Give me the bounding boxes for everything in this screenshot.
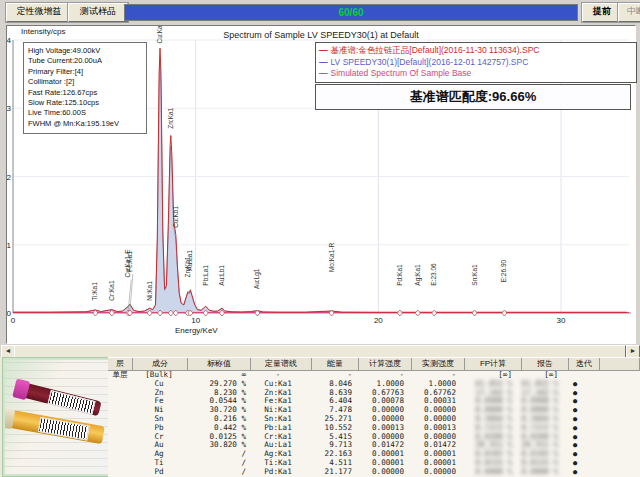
table-cell: 0.0908 % (514, 397, 560, 406)
table-cell: 0.00000 (406, 433, 458, 442)
table-header-cell[interactable]: 能量 (312, 358, 359, 370)
table-cell: 0.00000 (354, 468, 406, 477)
table-row[interactable]: Cr0.0125 %Cr:Ka15.4150.000000.000000.020… (108, 433, 640, 442)
table-cell: Sn:Ka1 (248, 415, 308, 424)
param-line: Tube Current:20.00uA (28, 56, 144, 66)
table-cell (108, 450, 132, 459)
y-tick-label: 2 (7, 173, 12, 182)
table-cell: 8.639 (308, 389, 354, 398)
table-header-cell[interactable]: 报告 (522, 358, 569, 370)
table-header-cell[interactable]: 迭代 (569, 358, 600, 370)
table-header-cell[interactable]: FP计算 (465, 358, 522, 370)
table-cell: Cr:Ka1 (248, 433, 308, 442)
table-cell: [Bulk] (132, 371, 186, 380)
legend-entry: —基准谱:金色拉链正品[Default](2016-11-30 113634).… (319, 45, 633, 57)
table-row[interactable]: 单层[Bulk]∞----[∞][∞] (108, 371, 640, 380)
element-marker-label: Au:Lb1 (218, 265, 225, 286)
table-cell: Cu:Ka1 (248, 380, 308, 389)
results-panel: 层成分标称值定量谱线能量计算强度实测强度FP计算报告迭代 单层[Bulk]∞--… (0, 357, 640, 477)
table-cell: Pd:Ka1 (248, 468, 308, 477)
table-cell: 0.00000 (354, 415, 406, 424)
x-tick-label: 30 (557, 316, 566, 325)
element-marker-label: Mo:Ka1-R (328, 242, 335, 272)
advance-button[interactable]: 提前 (582, 3, 622, 22)
table-cell: 0.01472 (354, 441, 406, 450)
table-cell: - (308, 371, 354, 380)
test-sample-button[interactable]: 测试样品 (68, 3, 128, 22)
table-cell: 1.0000 (406, 380, 458, 389)
table-row[interactable]: Zn8.230 %Zn:Ka18.6390.677630.6776217.162… (108, 389, 640, 398)
element-marker-diamond (397, 310, 402, 316)
table-cell: 17.162 % (458, 389, 514, 398)
table-cell: 4.511 (308, 459, 354, 468)
table-cell (108, 380, 132, 389)
table-header-filler (600, 358, 640, 370)
table-cell: Sn (132, 415, 186, 424)
qualitative-gain-button[interactable]: 定性微增益 (6, 3, 72, 22)
table-cell: Zn:Ka1 (248, 389, 308, 398)
table-cell: 0.00031 (406, 397, 458, 406)
table-row[interactable]: Fe0.0544 %Fe:Ka16.4040.000780.000310.090… (108, 397, 640, 406)
results-table-body: 单层[Bulk]∞----[∞][∞]Cu29.270 %Cu:Ka18.046… (108, 371, 640, 477)
table-header-cell[interactable]: 标称值 (188, 358, 251, 370)
table-cell: 0.0000 % (514, 468, 560, 477)
results-table[interactable]: 层成分标称值定量谱线能量计算强度实测强度FP计算报告迭代 单层[Bulk]∞--… (108, 357, 640, 477)
param-line: FWHM @ Mn:Ka:195.19eV (28, 119, 144, 129)
table-cell (108, 406, 132, 415)
table-cell: [∞] (514, 371, 560, 380)
table-row[interactable]: Cu29.270 %Cu:Ka18.0461.00001.000061.052 … (108, 380, 640, 389)
table-row[interactable]: Pb0.442 %Pb:La110.5520.000130.000130.737… (108, 424, 640, 433)
table-cell: 0.00000 (406, 468, 458, 477)
element-marker-diamond (432, 310, 437, 316)
element-marker-diamond (472, 310, 477, 316)
table-row[interactable]: Pd/Pd:Ka121.1770.000000.000000.0000 %0.0… (108, 468, 640, 477)
element-marker-label: Ni:Ka1 (146, 281, 153, 301)
table-cell: 6.404 (308, 397, 354, 406)
table-cell (108, 459, 132, 468)
table-cell: 0.7372 % (458, 424, 514, 433)
table-cell: ∞ (186, 371, 248, 380)
y-axis-label: Intensity/cps (21, 27, 65, 36)
legend-box: —基准谱:金色拉链正品[Default](2016-11-30 113634).… (315, 42, 637, 83)
table-header-cell[interactable]: 层 (108, 358, 133, 370)
table-row[interactable]: Au30.820 %Au:La19.7130.014720.0147220.55… (108, 441, 640, 450)
table-cell: 0.00078 (354, 397, 406, 406)
table-cell: 0.0000 % (458, 406, 514, 415)
param-line: Live Time:60.00S (28, 108, 144, 118)
abort-button[interactable]: 中断 (618, 3, 640, 22)
table-header-cell[interactable]: 计算强度 (359, 358, 412, 370)
table-cell: ● (560, 424, 590, 433)
table-cell: 0.0155 % (514, 459, 560, 468)
table-cell: 0.3604 % (514, 415, 560, 424)
table-row[interactable]: Ni30.720 %Ni:Ka17.4780.000000.000000.000… (108, 406, 640, 415)
table-cell (108, 415, 132, 424)
table-cell: 0.0125 % (186, 433, 248, 442)
table-header-cell[interactable]: 定量谱线 (251, 358, 312, 370)
match-score-box: 基准谱匹配度:96.66% (315, 84, 631, 110)
legend-label: 基准谱:金色拉链正品[Default](2016-11-30 113634).S… (331, 45, 540, 55)
table-row[interactable]: Ag/Ag:Ka122.1630.000010.000010.0102 %0.0… (108, 450, 640, 459)
table-cell: 30.720 % (186, 406, 248, 415)
table-cell: 0.216 % (186, 415, 248, 424)
table-cell: ● (560, 450, 590, 459)
table-cell: 0.67762 (406, 389, 458, 398)
table-cell: Ni:Ka1 (248, 406, 308, 415)
table-row[interactable]: Sn0.216 %Sn:Ka125.2710.000000.000000.360… (108, 415, 640, 424)
table-cell: 0.00013 (406, 424, 458, 433)
table-cell: Ag (132, 450, 186, 459)
table-cell: 9.713 (308, 441, 354, 450)
table-row[interactable]: Ti/Ti:Ka14.5110.000010.000010.0155 %0.01… (108, 459, 640, 468)
table-cell: Pd (132, 468, 186, 477)
element-marker-diamond (415, 310, 420, 316)
table-cell (108, 441, 132, 450)
table-cell: ● (560, 380, 590, 389)
table-header-cell[interactable]: 成分 (133, 358, 188, 370)
element-marker-label: Au:Lg1 (253, 268, 261, 289)
param-line: Collimator :[2] (28, 77, 144, 87)
progress-bar: 60/60 (124, 4, 578, 21)
element-marker-label: Cr:Ka1 (108, 280, 115, 301)
table-cell: 0.0000 % (458, 468, 514, 477)
table-cell: ● (560, 459, 590, 468)
table-header-cell[interactable]: 实测强度 (412, 358, 465, 370)
element-marker-label: Ti:Ka1 (91, 282, 98, 301)
